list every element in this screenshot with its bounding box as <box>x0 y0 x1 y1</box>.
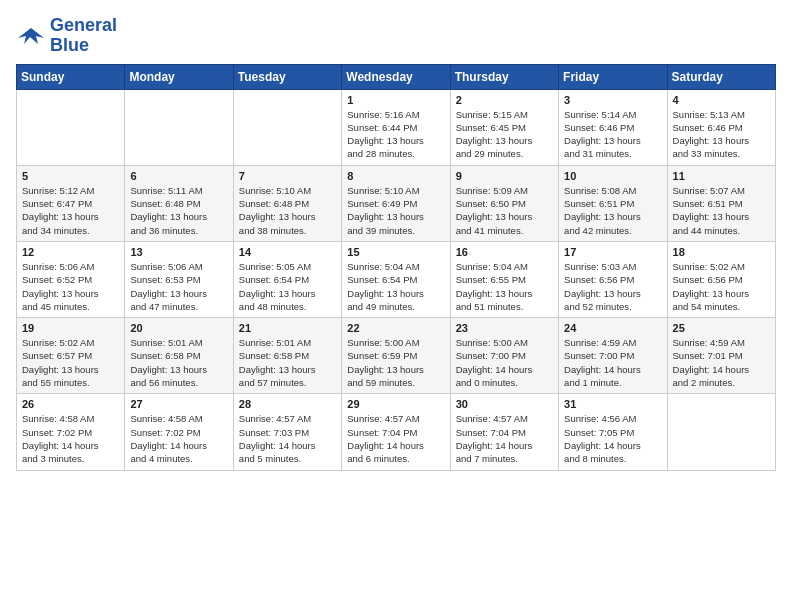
day-number: 5 <box>22 170 119 182</box>
cell-content: Sunrise: 4:57 AMSunset: 7:03 PMDaylight:… <box>239 412 336 465</box>
column-header-tuesday: Tuesday <box>233 64 341 89</box>
calendar-cell: 2Sunrise: 5:15 AMSunset: 6:45 PMDaylight… <box>450 89 558 165</box>
day-number: 30 <box>456 398 553 410</box>
cell-content: Sunrise: 5:06 AMSunset: 6:53 PMDaylight:… <box>130 260 227 313</box>
calendar-cell: 5Sunrise: 5:12 AMSunset: 6:47 PMDaylight… <box>17 165 125 241</box>
cell-content: Sunrise: 4:59 AMSunset: 7:01 PMDaylight:… <box>673 336 770 389</box>
logo: General Blue <box>16 16 117 56</box>
day-number: 10 <box>564 170 661 182</box>
cell-content: Sunrise: 4:58 AMSunset: 7:02 PMDaylight:… <box>22 412 119 465</box>
day-number: 18 <box>673 246 770 258</box>
cell-content: Sunrise: 4:57 AMSunset: 7:04 PMDaylight:… <box>347 412 444 465</box>
day-number: 9 <box>456 170 553 182</box>
cell-content: Sunrise: 5:04 AMSunset: 6:54 PMDaylight:… <box>347 260 444 313</box>
day-number: 3 <box>564 94 661 106</box>
calendar-cell: 15Sunrise: 5:04 AMSunset: 6:54 PMDayligh… <box>342 241 450 317</box>
cell-content: Sunrise: 5:06 AMSunset: 6:52 PMDaylight:… <box>22 260 119 313</box>
column-header-saturday: Saturday <box>667 64 775 89</box>
cell-content: Sunrise: 5:00 AMSunset: 7:00 PMDaylight:… <box>456 336 553 389</box>
cell-content: Sunrise: 5:04 AMSunset: 6:55 PMDaylight:… <box>456 260 553 313</box>
calendar-cell: 10Sunrise: 5:08 AMSunset: 6:51 PMDayligh… <box>559 165 667 241</box>
calendar-cell: 20Sunrise: 5:01 AMSunset: 6:58 PMDayligh… <box>125 318 233 394</box>
cell-content: Sunrise: 5:01 AMSunset: 6:58 PMDaylight:… <box>130 336 227 389</box>
calendar-cell: 13Sunrise: 5:06 AMSunset: 6:53 PMDayligh… <box>125 241 233 317</box>
day-number: 15 <box>347 246 444 258</box>
calendar-cell: 29Sunrise: 4:57 AMSunset: 7:04 PMDayligh… <box>342 394 450 470</box>
calendar-cell: 30Sunrise: 4:57 AMSunset: 7:04 PMDayligh… <box>450 394 558 470</box>
day-number: 4 <box>673 94 770 106</box>
cell-content: Sunrise: 4:59 AMSunset: 7:00 PMDaylight:… <box>564 336 661 389</box>
calendar-cell: 11Sunrise: 5:07 AMSunset: 6:51 PMDayligh… <box>667 165 775 241</box>
calendar-cell <box>17 89 125 165</box>
cell-content: Sunrise: 5:02 AMSunset: 6:57 PMDaylight:… <box>22 336 119 389</box>
cell-content: Sunrise: 5:11 AMSunset: 6:48 PMDaylight:… <box>130 184 227 237</box>
day-number: 16 <box>456 246 553 258</box>
cell-content: Sunrise: 4:57 AMSunset: 7:04 PMDaylight:… <box>456 412 553 465</box>
calendar-cell <box>667 394 775 470</box>
page-header: General Blue <box>16 16 776 56</box>
column-header-wednesday: Wednesday <box>342 64 450 89</box>
column-header-thursday: Thursday <box>450 64 558 89</box>
cell-content: Sunrise: 5:10 AMSunset: 6:48 PMDaylight:… <box>239 184 336 237</box>
day-number: 2 <box>456 94 553 106</box>
day-number: 17 <box>564 246 661 258</box>
day-number: 11 <box>673 170 770 182</box>
calendar-cell: 22Sunrise: 5:00 AMSunset: 6:59 PMDayligh… <box>342 318 450 394</box>
calendar-cell: 17Sunrise: 5:03 AMSunset: 6:56 PMDayligh… <box>559 241 667 317</box>
cell-content: Sunrise: 4:58 AMSunset: 7:02 PMDaylight:… <box>130 412 227 465</box>
calendar-cell <box>125 89 233 165</box>
logo-bird-icon <box>16 24 46 48</box>
day-number: 1 <box>347 94 444 106</box>
day-number: 26 <box>22 398 119 410</box>
day-number: 13 <box>130 246 227 258</box>
cell-content: Sunrise: 5:08 AMSunset: 6:51 PMDaylight:… <box>564 184 661 237</box>
calendar-cell: 16Sunrise: 5:04 AMSunset: 6:55 PMDayligh… <box>450 241 558 317</box>
calendar-cell: 18Sunrise: 5:02 AMSunset: 6:56 PMDayligh… <box>667 241 775 317</box>
cell-content: Sunrise: 5:05 AMSunset: 6:54 PMDaylight:… <box>239 260 336 313</box>
cell-content: Sunrise: 5:16 AMSunset: 6:44 PMDaylight:… <box>347 108 444 161</box>
day-number: 28 <box>239 398 336 410</box>
calendar-cell: 14Sunrise: 5:05 AMSunset: 6:54 PMDayligh… <box>233 241 341 317</box>
svg-marker-0 <box>18 28 44 44</box>
day-number: 14 <box>239 246 336 258</box>
day-number: 12 <box>22 246 119 258</box>
logo-text: General Blue <box>50 16 117 56</box>
calendar-cell: 8Sunrise: 5:10 AMSunset: 6:49 PMDaylight… <box>342 165 450 241</box>
day-number: 20 <box>130 322 227 334</box>
day-number: 7 <box>239 170 336 182</box>
calendar-cell: 4Sunrise: 5:13 AMSunset: 6:46 PMDaylight… <box>667 89 775 165</box>
column-header-monday: Monday <box>125 64 233 89</box>
calendar-cell: 1Sunrise: 5:16 AMSunset: 6:44 PMDaylight… <box>342 89 450 165</box>
calendar-cell: 31Sunrise: 4:56 AMSunset: 7:05 PMDayligh… <box>559 394 667 470</box>
cell-content: Sunrise: 5:15 AMSunset: 6:45 PMDaylight:… <box>456 108 553 161</box>
day-number: 23 <box>456 322 553 334</box>
calendar-cell: 19Sunrise: 5:02 AMSunset: 6:57 PMDayligh… <box>17 318 125 394</box>
calendar-cell: 25Sunrise: 4:59 AMSunset: 7:01 PMDayligh… <box>667 318 775 394</box>
cell-content: Sunrise: 5:10 AMSunset: 6:49 PMDaylight:… <box>347 184 444 237</box>
calendar-cell: 12Sunrise: 5:06 AMSunset: 6:52 PMDayligh… <box>17 241 125 317</box>
cell-content: Sunrise: 5:13 AMSunset: 6:46 PMDaylight:… <box>673 108 770 161</box>
day-number: 27 <box>130 398 227 410</box>
calendar-cell: 23Sunrise: 5:00 AMSunset: 7:00 PMDayligh… <box>450 318 558 394</box>
day-number: 21 <box>239 322 336 334</box>
calendar-cell <box>233 89 341 165</box>
cell-content: Sunrise: 5:03 AMSunset: 6:56 PMDaylight:… <box>564 260 661 313</box>
day-number: 8 <box>347 170 444 182</box>
day-number: 29 <box>347 398 444 410</box>
calendar-cell: 28Sunrise: 4:57 AMSunset: 7:03 PMDayligh… <box>233 394 341 470</box>
day-number: 22 <box>347 322 444 334</box>
column-header-sunday: Sunday <box>17 64 125 89</box>
day-number: 24 <box>564 322 661 334</box>
day-number: 6 <box>130 170 227 182</box>
calendar-cell: 3Sunrise: 5:14 AMSunset: 6:46 PMDaylight… <box>559 89 667 165</box>
calendar-table: SundayMondayTuesdayWednesdayThursdayFrid… <box>16 64 776 471</box>
calendar-cell: 24Sunrise: 4:59 AMSunset: 7:00 PMDayligh… <box>559 318 667 394</box>
calendar-cell: 21Sunrise: 5:01 AMSunset: 6:58 PMDayligh… <box>233 318 341 394</box>
calendar-cell: 27Sunrise: 4:58 AMSunset: 7:02 PMDayligh… <box>125 394 233 470</box>
calendar-cell: 26Sunrise: 4:58 AMSunset: 7:02 PMDayligh… <box>17 394 125 470</box>
day-number: 19 <box>22 322 119 334</box>
calendar-cell: 6Sunrise: 5:11 AMSunset: 6:48 PMDaylight… <box>125 165 233 241</box>
cell-content: Sunrise: 5:01 AMSunset: 6:58 PMDaylight:… <box>239 336 336 389</box>
cell-content: Sunrise: 5:14 AMSunset: 6:46 PMDaylight:… <box>564 108 661 161</box>
column-header-friday: Friday <box>559 64 667 89</box>
